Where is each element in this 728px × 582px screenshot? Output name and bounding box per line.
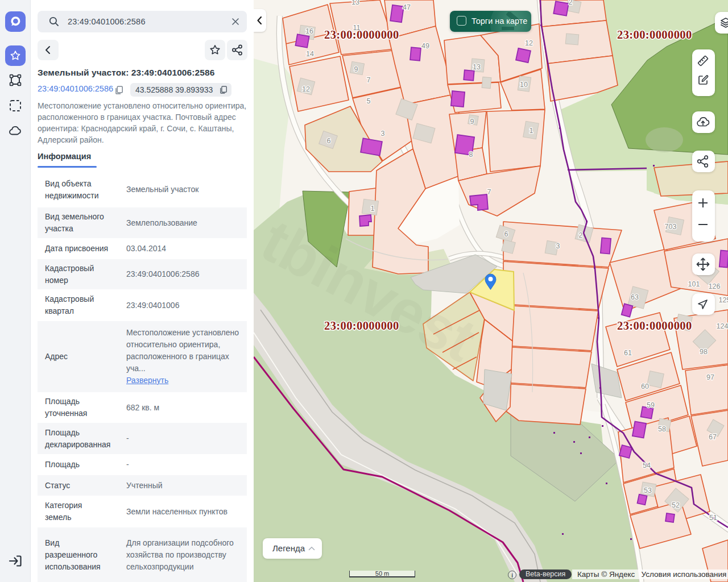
svg-text:60: 60: [641, 383, 649, 390]
svg-text:6: 6: [327, 137, 331, 145]
svg-text:23:00:0000000: 23:00:0000000: [324, 28, 399, 41]
svg-text:9: 9: [470, 118, 474, 126]
svg-text:52: 52: [672, 501, 680, 509]
svg-text:5: 5: [367, 97, 371, 105]
svg-text:703: 703: [665, 223, 677, 231]
svg-text:12: 12: [525, 39, 533, 47]
svg-text:3: 3: [556, 242, 560, 250]
svg-text:63: 63: [631, 293, 639, 301]
svg-text:98: 98: [700, 348, 708, 356]
svg-text:67: 67: [709, 433, 717, 441]
svg-text:61: 61: [624, 349, 632, 357]
svg-text:2: 2: [569, 0, 573, 6]
svg-text:51: 51: [709, 514, 717, 522]
svg-text:10: 10: [520, 81, 528, 89]
svg-text:58: 58: [658, 425, 666, 433]
svg-text:124: 124: [717, 322, 728, 330]
svg-text:2: 2: [579, 231, 583, 239]
svg-text:11: 11: [353, 24, 361, 32]
svg-text:1: 1: [371, 205, 375, 213]
svg-text:16: 16: [305, 27, 313, 35]
svg-text:126: 126: [709, 282, 721, 290]
svg-text:8: 8: [469, 151, 473, 159]
svg-text:49: 49: [421, 42, 429, 50]
svg-text:47: 47: [403, 3, 411, 11]
svg-text:7: 7: [487, 188, 491, 196]
svg-text:13: 13: [351, 0, 359, 6]
svg-text:3: 3: [381, 130, 385, 138]
svg-text:6: 6: [504, 230, 508, 238]
svg-text:12: 12: [302, 85, 310, 93]
svg-text:23:00:0000000: 23:00:0000000: [617, 28, 692, 41]
svg-text:23:00:0000000: 23:00:0000000: [617, 319, 692, 332]
svg-text:1: 1: [530, 127, 533, 135]
svg-text:9: 9: [354, 65, 358, 73]
svg-text:54: 54: [643, 462, 651, 469]
svg-text:53: 53: [644, 487, 652, 494]
svg-text:13: 13: [473, 63, 481, 71]
svg-text:7: 7: [367, 76, 371, 84]
svg-text:101: 101: [688, 280, 700, 288]
svg-text:97: 97: [706, 373, 714, 381]
svg-text:59: 59: [647, 401, 655, 409]
svg-text:23:00:0000000: 23:00:0000000: [324, 319, 399, 332]
svg-text:125: 125: [719, 296, 728, 304]
svg-text:14: 14: [306, 50, 314, 58]
